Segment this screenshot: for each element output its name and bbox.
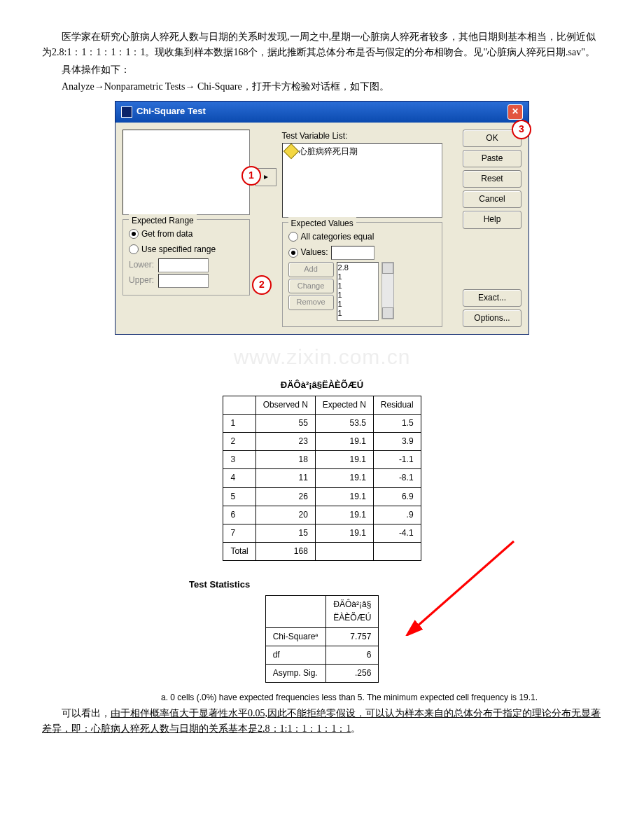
- dialog-title: Chi-Square Test: [136, 104, 206, 119]
- cell: 26: [255, 487, 315, 506]
- radio-values-label: Values:: [301, 246, 328, 259]
- cell: 19.1: [315, 506, 373, 524]
- options-button[interactable]: Options...: [463, 310, 522, 327]
- cell: 7: [223, 524, 255, 543]
- cell: 19.1: [315, 433, 373, 451]
- intro-paragraph: 医学家在研究心脏病人猝死人数与日期的关系时发现,一周之中,星期一心脏病人猝死者较…: [42, 29, 602, 61]
- list-item[interactable]: 2.8: [338, 263, 377, 272]
- close-icon[interactable]: ✕: [507, 104, 523, 120]
- expected-range-group: Expected Range Get from data Use specifi…: [122, 219, 250, 296]
- dialog-titlebar: Chi-Square Test ✕: [115, 102, 528, 123]
- radio-get-from-data[interactable]: Get from data: [129, 228, 244, 241]
- cell: Total: [223, 543, 255, 561]
- expected-range-legend: Expected Range: [129, 214, 197, 228]
- cell: 23: [255, 433, 315, 451]
- list-item[interactable]: 1: [338, 291, 377, 300]
- footnote: a. 0 cells (.0%) have expected frequenci…: [161, 691, 602, 704]
- marker-1: 1: [241, 166, 261, 186]
- radio-use-label: Use specified range: [141, 243, 216, 256]
- frequency-table: Observed N Expected N Residual 15553.51.…: [223, 396, 421, 562]
- ops-label: 具体操作如下：: [42, 62, 602, 78]
- radio-all-equal[interactable]: All categories equal: [288, 230, 436, 244]
- cell: 6.9: [373, 487, 421, 506]
- cell: 7.757: [326, 627, 379, 646]
- cell: 20: [255, 506, 315, 524]
- svg-line-0: [416, 541, 514, 627]
- radio-use-specified[interactable]: Use specified range: [129, 243, 244, 256]
- watermark: www.zixin.com.cn: [42, 340, 602, 374]
- variable-icon: [283, 144, 299, 160]
- change-button[interactable]: Change: [288, 279, 334, 294]
- cell: 19.1: [315, 487, 373, 506]
- lower-label: Lower:: [129, 258, 154, 272]
- cell: -8.1: [373, 469, 421, 487]
- cell: .256: [326, 664, 379, 682]
- test-variable-label: Test Variable List:: [282, 130, 442, 143]
- col-observed: Observed N: [255, 396, 315, 414]
- cell: 19.1: [315, 451, 373, 469]
- lower-input[interactable]: [158, 258, 209, 272]
- cell: Chi-Squareᵃ: [265, 627, 326, 646]
- cell: 1.5: [373, 414, 421, 432]
- cell: Asymp. Sig.: [265, 664, 326, 682]
- conclusion-underlined: 由于相伴概率值大于显著性水平0.05,因此不能拒绝零假设，可以认为样本来自的总体…: [42, 708, 601, 734]
- col-blank: [223, 396, 255, 414]
- cell: 19.1: [315, 524, 373, 543]
- variable-item-label: 心脏病猝死日期: [299, 145, 358, 158]
- footnote-text: 0 cells (.0%) have expected frequencies …: [170, 693, 538, 702]
- exact-button[interactable]: Exact...: [463, 289, 522, 307]
- cell: 19.1: [315, 469, 373, 487]
- cell: 2: [223, 433, 255, 451]
- cell: 4: [223, 469, 255, 487]
- variable-item[interactable]: 心脏病猝死日期: [283, 144, 442, 160]
- cancel-button[interactable]: Cancel: [463, 190, 522, 208]
- values-input[interactable]: [331, 246, 374, 260]
- cell: 1: [223, 414, 255, 432]
- cell: 168: [255, 543, 315, 561]
- expected-values-legend: Expected Values: [288, 217, 356, 230]
- radio-values[interactable]: Values:: [288, 246, 436, 260]
- cell: 3: [223, 451, 255, 469]
- arrow-icon: [398, 538, 531, 636]
- footnote-label: a.: [161, 693, 168, 702]
- cell: .9: [373, 506, 421, 524]
- marker-2: 2: [252, 275, 272, 295]
- conclusion: 可以看出，由于相伴概率值大于显著性水平0.05,因此不能拒绝零假设，可以认为样本…: [42, 706, 602, 737]
- col-expected: Expected N: [315, 396, 373, 414]
- list-item[interactable]: 1: [338, 272, 377, 282]
- cell: [315, 543, 373, 561]
- cell: 6: [326, 646, 379, 664]
- list-item[interactable]: 1: [338, 300, 377, 309]
- test-statistics-table: ÐÄÔà²¡â§ ËÀÈÕÆÚ Chi-Squareᵃ7.757 df6 Asy…: [265, 595, 379, 683]
- upper-label: Upper:: [129, 274, 154, 287]
- chi-square-dialog: Chi-Square Test ✕ 1 2 3 Expected Range G…: [115, 101, 529, 335]
- stat-table-title: Test Statistics: [189, 578, 602, 592]
- list-item[interactable]: 1: [338, 282, 377, 291]
- cell: 3.9: [373, 433, 421, 451]
- paste-button[interactable]: Paste: [463, 150, 522, 167]
- conclusion-prefix: 可以看出，: [62, 708, 111, 718]
- cell: df: [265, 646, 326, 664]
- source-variable-list[interactable]: [122, 130, 250, 215]
- cell: 15: [255, 524, 315, 543]
- marker-3: 3: [512, 120, 531, 139]
- col-residual: Residual: [373, 396, 421, 414]
- values-listbox[interactable]: 2.8 1 1 1 1 1: [337, 262, 379, 321]
- add-button[interactable]: Add: [288, 262, 334, 277]
- radio-all-label: All categories equal: [301, 230, 374, 244]
- cell: 11: [255, 469, 315, 487]
- test-variable-list[interactable]: 心脏病猝死日期: [282, 143, 442, 218]
- help-button[interactable]: Help: [463, 211, 522, 228]
- list-item[interactable]: 1: [338, 309, 377, 318]
- radio-get-label: Get from data: [141, 228, 192, 241]
- reset-button[interactable]: Reset: [463, 170, 522, 188]
- freq-table-title: ÐÄÔà²¡â§ËÀÈÕÆÚ: [42, 378, 602, 393]
- stat-col-header: ÐÄÔà²¡â§ ËÀÈÕÆÚ: [326, 596, 379, 627]
- conclusion-suffix: 。: [351, 723, 360, 734]
- remove-button[interactable]: Remove: [288, 295, 334, 310]
- cell: 53.5: [315, 414, 373, 432]
- upper-input[interactable]: [158, 274, 209, 288]
- cell: 6: [223, 506, 255, 524]
- values-scrollbar[interactable]: [382, 262, 394, 319]
- cell: 55: [255, 414, 315, 432]
